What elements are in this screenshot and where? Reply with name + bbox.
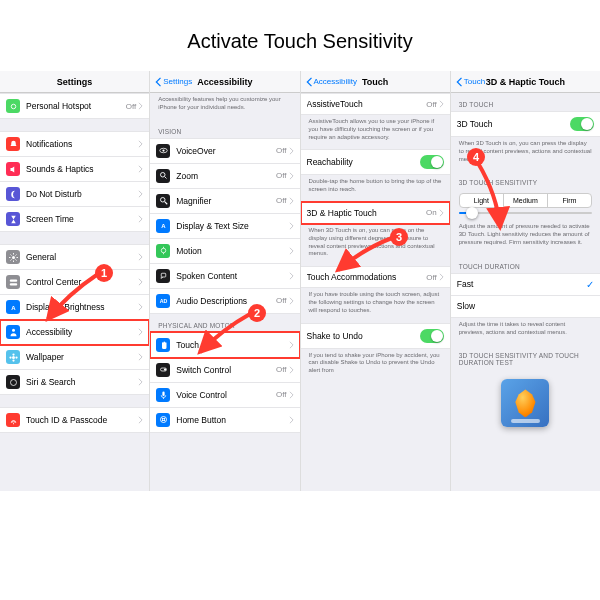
toggle[interactable] — [420, 329, 444, 343]
speak-icon — [156, 269, 170, 283]
value: Off — [276, 390, 287, 399]
touchid-icon — [6, 413, 20, 427]
label: Control Center — [26, 277, 138, 287]
label: Accessibility — [26, 327, 138, 337]
value: On — [426, 208, 437, 217]
label: Spoken Content — [176, 271, 288, 281]
chevron-right-icon — [289, 416, 294, 424]
svg-text:A: A — [161, 223, 166, 229]
row-screen-time[interactable]: Screen Time — [0, 207, 149, 232]
label: Notifications — [26, 139, 138, 149]
row-zoom[interactable]: ZoomOff — [150, 164, 299, 189]
row-assistivetouch[interactable]: AssistiveTouch Off — [301, 93, 450, 115]
label: Switch Control — [176, 365, 276, 375]
row-motion[interactable]: Motion — [150, 239, 299, 264]
description: AssistiveTouch allows you to use your iP… — [301, 115, 450, 149]
value: Off — [276, 196, 287, 205]
row-wallpaper[interactable]: Wallpaper — [0, 345, 149, 370]
preview-image[interactable] — [501, 379, 549, 427]
zoom-icon — [156, 169, 170, 183]
svg-point-14 — [160, 173, 165, 178]
row-control-center[interactable]: Control Center — [0, 270, 149, 295]
back-button[interactable]: Touch — [455, 77, 485, 87]
row-touch-accommodations[interactable]: Touch Accommodations Off — [301, 266, 450, 288]
chevron-right-icon — [289, 247, 294, 255]
siri-icon — [6, 375, 20, 389]
row-notifications[interactable]: Notifications — [0, 131, 149, 157]
svg-point-6 — [12, 356, 15, 359]
description: Adjust the amount of pressure needed to … — [451, 220, 600, 254]
section-label: 3D TOUCH SENSITIVITY — [451, 171, 600, 189]
svg-point-10 — [15, 356, 17, 358]
value: Off — [276, 146, 287, 155]
seg-light[interactable]: Light — [460, 194, 504, 207]
chevron-right-icon — [289, 272, 294, 280]
chevron-right-icon — [439, 209, 444, 217]
row-3d-haptic-touch[interactable]: 3D & Haptic Touch On — [301, 202, 450, 224]
chevron-right-icon — [138, 416, 143, 424]
svg-rect-22 — [162, 392, 164, 397]
sensitivity-slider[interactable] — [459, 212, 592, 214]
sound-icon — [6, 162, 20, 176]
row-home-button[interactable]: Home Button — [150, 408, 299, 433]
row-personal-hotspot[interactable]: Personal HotspotOff — [0, 93, 149, 119]
row-do-not-disturb[interactable]: Do Not Disturb — [0, 182, 149, 207]
row-voice-control[interactable]: Voice ControlOff — [150, 383, 299, 408]
eye-icon — [156, 144, 170, 158]
moon-icon — [6, 187, 20, 201]
toggle[interactable] — [420, 155, 444, 169]
seg-firm[interactable]: Firm — [548, 194, 591, 207]
row-display-text-size[interactable]: ADisplay & Text Size — [150, 214, 299, 239]
motion-icon — [156, 244, 170, 258]
pane-accessibility: Settings Accessibility Accessibility fea… — [150, 71, 300, 491]
intro-text: Accessibility features help you customiz… — [150, 93, 299, 120]
svg-rect-18 — [161, 273, 166, 277]
chevron-right-icon — [289, 222, 294, 230]
chevron-right-icon — [138, 303, 143, 311]
row-siri-search[interactable]: Siri & Search — [0, 370, 149, 395]
step-badge-3: 3 — [390, 228, 408, 246]
label: AssistiveTouch — [307, 99, 427, 109]
row-spoken-content[interactable]: Spoken Content — [150, 264, 299, 289]
row-display-brightness[interactable]: ADisplay & Brightness — [0, 295, 149, 320]
row-general[interactable]: General — [0, 244, 149, 270]
row-touch-id-passcode[interactable]: Touch ID & Passcode — [0, 407, 149, 433]
label: Fast — [457, 279, 586, 289]
chevron-right-icon — [289, 197, 294, 205]
section-label: PHYSICAL AND MOTOR — [150, 314, 299, 332]
label: General — [26, 252, 138, 262]
row-fast[interactable]: Fast ✓ — [451, 273, 600, 296]
svg-point-17 — [161, 248, 166, 253]
label: Siri & Search — [26, 377, 138, 387]
chevron-right-icon — [289, 147, 294, 155]
row-slow[interactable]: Slow — [451, 296, 600, 318]
svg-point-9 — [9, 356, 11, 358]
page-title: Activate Touch Sensitivity — [0, 0, 600, 71]
chevron-right-icon — [138, 140, 143, 148]
row-switch-control[interactable]: Switch ControlOff — [150, 358, 299, 383]
row-accessibility[interactable]: Accessibility — [0, 320, 149, 345]
back-button[interactable]: Settings — [154, 77, 192, 87]
description: Double-tap the home button to bring the … — [301, 175, 450, 202]
row-shake-to-undo[interactable]: Shake to Undo — [301, 323, 450, 349]
value: Off — [426, 100, 437, 109]
sensitivity-segmented[interactable]: Light Medium Firm — [459, 193, 592, 208]
seg-medium[interactable]: Medium — [504, 194, 548, 207]
row-reachability[interactable]: Reachability — [301, 149, 450, 175]
bell-icon — [6, 137, 20, 151]
chevron-right-icon — [138, 278, 143, 286]
row-3d-touch[interactable]: 3D Touch — [451, 111, 600, 137]
chevron-right-icon — [289, 391, 294, 399]
row-magnifier[interactable]: MagnifierOff — [150, 189, 299, 214]
chevron-right-icon — [289, 172, 294, 180]
header: Touch 3D & Haptic Touch — [451, 71, 600, 93]
back-button[interactable]: Accessibility — [305, 77, 358, 87]
step-badge-1: 1 — [95, 264, 113, 282]
row-audio-descriptions[interactable]: ADAudio DescriptionsOff — [150, 289, 299, 314]
svg-rect-2 — [9, 279, 17, 281]
toggle[interactable] — [570, 117, 594, 131]
row-voiceover[interactable]: VoiceOverOff — [150, 138, 299, 164]
row-sounds-haptics[interactable]: Sounds & Haptics — [0, 157, 149, 182]
row-touch[interactable]: Touch — [150, 332, 299, 358]
header: Settings Accessibility — [150, 71, 299, 93]
